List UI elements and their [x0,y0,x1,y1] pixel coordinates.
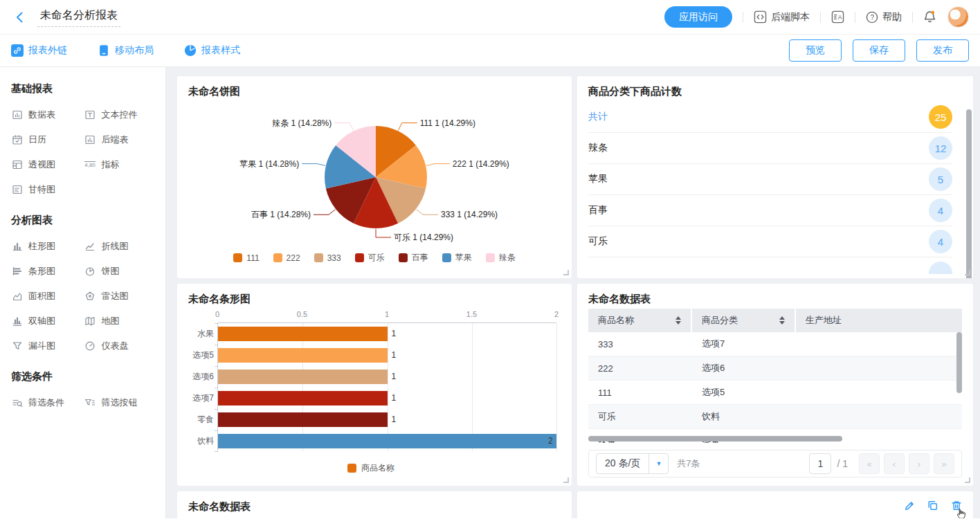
bar-选项6[interactable] [218,370,388,384]
legend-item-111[interactable]: 111 [233,252,259,264]
count-list-row[interactable]: 共计25 [588,102,952,133]
page-size-select[interactable]: 20 条/页 [596,453,669,474]
sort-icon[interactable] [675,316,681,325]
bar-水果[interactable] [218,327,388,341]
next-page-button[interactable]: › [909,453,929,474]
table-row[interactable]: 111选项5 [588,381,962,405]
bar-legend[interactable]: 商品名称 [185,462,556,474]
column-header-商品名称[interactable]: 商品名称 [588,309,692,332]
legend-swatch [233,253,242,262]
help-button[interactable]: ? 帮助 [866,11,902,24]
bottom-right-panel[interactable] [577,491,973,518]
save-button[interactable]: 保存 [853,39,905,62]
text-widget-icon [84,109,96,121]
mobile-layout-button[interactable]: 移动布局 [98,44,154,57]
legend-item-222[interactable]: 222 [273,252,300,264]
pie-callout-line [399,123,417,131]
sidebar-item-area[interactable]: 面积图 [11,290,82,302]
count-list-row[interactable]: 苹果5 [588,164,952,195]
table-row[interactable]: 222选项6 [588,356,962,381]
sidebar-item-gauge[interactable]: 仪表盘 [84,340,155,352]
table-row[interactable]: 可乐饮料 [588,405,962,429]
legend-item-辣条[interactable]: 辣条 [486,252,516,264]
bar-选项5[interactable] [218,348,388,363]
gantt-icon [11,184,23,196]
pie-chart-panel[interactable]: 未命名饼图 111 1 (14.29%)222 1 (14.29%)333 1 … [177,76,572,278]
count-list-row[interactable]: 辣条12 [588,133,952,164]
sidebar-item-filter-cond[interactable]: 筛选条件 [11,397,82,409]
bar-零食[interactable] [218,412,388,427]
sidebar-item-pivot[interactable]: 透视图 [11,158,82,171]
table-cell [796,381,962,404]
app-access-button[interactable]: 应用访问 [664,6,732,28]
sidebar-item-barh[interactable]: 条形图 [11,265,82,277]
resize-handle[interactable] [965,270,970,275]
avatar[interactable] [947,6,969,28]
legend-item-百事[interactable]: 百事 [399,252,428,264]
bar-category-label: 零食 [185,409,214,430]
language-button[interactable]: A [831,10,844,24]
report-style-button[interactable]: 报表样式 [184,44,240,57]
horizontal-scrollbar[interactable] [588,436,842,441]
pie-callout-label: 222 1 (14.29%) [453,159,509,169]
sidebar-item-column[interactable]: 柱形图 [11,240,82,253]
backend-script-button[interactable]: 后端脚本 [754,10,810,24]
page-input[interactable]: 1 [809,453,831,474]
bar-饮料[interactable] [218,434,556,448]
pie-callout-label: 111 1 (14.29%) [420,118,475,128]
count-list-row[interactable]: 可乐4 [588,226,952,257]
data-table-panel[interactable]: 未命名数据表 商品名称商品分类生产地址 333选项7222选项6111选项5可乐… [577,284,973,486]
publish-button[interactable]: 发布 [916,39,969,62]
sidebar-section-title: 筛选条件 [11,370,154,383]
copy-icon[interactable] [927,500,938,511]
sidebar-item-backend-table[interactable]: 后端表 [84,134,155,146]
back-button[interactable] [11,8,29,26]
sidebar-item-data-table[interactable]: 数据表 [11,109,82,121]
sidebar-item-radar[interactable]: 雷达图 [84,290,155,302]
sidebar-item-gantt[interactable]: 甘特图 [11,183,82,196]
backend-table-icon [84,134,96,146]
gridline [556,323,557,451]
sidebar-item-funnel[interactable]: 漏斗图 [11,340,82,352]
vertical-scrollbar[interactable] [966,109,972,278]
bottom-table-panel[interactable]: 未命名数据表 [177,491,572,518]
count-list-row[interactable]: 百事4 [588,195,952,226]
radar-icon [84,291,96,302]
last-page-button[interactable]: » [934,453,954,474]
legend-swatch [442,253,451,262]
resize-handle[interactable] [563,270,569,275]
sidebar-item-pie[interactable]: 饼图 [84,265,155,277]
sidebar-item-label: 后端表 [102,134,129,146]
svg-text:A: A [838,14,842,21]
resize-handle[interactable] [563,477,569,483]
sidebar-item-indicator[interactable]: 4,80指标 [84,158,155,171]
sidebar-item-line[interactable]: 折线图 [84,240,155,253]
legend-item-苹果[interactable]: 苹果 [442,252,472,264]
report-title[interactable]: 未命名分析报表 [37,7,120,27]
sidebar-item-label: 双轴图 [28,315,55,327]
sidebar-item-calendar[interactable]: 日历 [11,134,82,146]
edit-icon[interactable] [903,500,915,511]
preview-button[interactable]: 预览 [789,39,842,62]
sidebar-item-dual[interactable]: 双轴图 [11,315,82,327]
column-header-生产地址[interactable]: 生产地址 [796,309,962,332]
bar-chart-panel[interactable]: 未命名条形图 00.511.52 水果1选项51选项61选项71零食1饮料2 商… [177,284,572,486]
sidebar-item-text-widget[interactable]: 文本控件 [84,109,155,121]
sort-icon[interactable] [779,316,785,325]
report-link-button[interactable]: 报表外链 [11,44,67,57]
sidebar-item-filter-btn[interactable]: 筛选按钮 [84,397,155,409]
vertical-scrollbar[interactable] [956,332,962,393]
table-row[interactable]: 333选项7 [588,332,962,356]
count-list-row[interactable] [588,257,952,274]
prev-page-button[interactable]: ‹ [884,453,905,474]
legend-item-333[interactable]: 333 [314,252,341,264]
bar-选项7[interactable] [218,391,388,406]
resize-handle[interactable] [965,477,970,483]
sidebar-item-map[interactable]: 地图 [84,315,155,327]
table-cell: 111 [588,381,692,404]
first-page-button[interactable]: « [859,453,880,474]
notifications-button[interactable] [923,10,936,24]
column-header-商品分类[interactable]: 商品分类 [692,309,796,332]
count-list-panel[interactable]: 商品分类下商品计数 共计25辣条12苹果5百事4可乐4 [577,76,973,278]
legend-item-可乐[interactable]: 可乐 [355,252,385,264]
